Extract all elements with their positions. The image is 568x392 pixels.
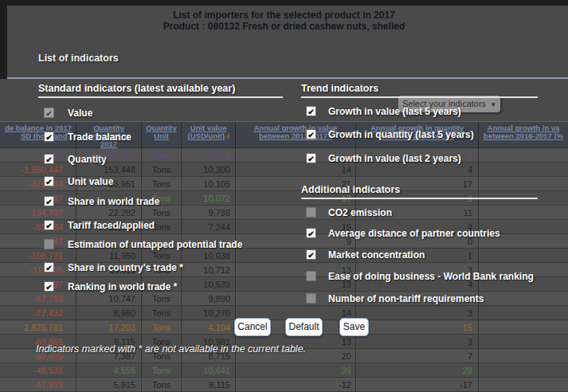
checkbox-ease-of-doing-business-world-bank-ranking[interactable] [306,271,316,281]
checkbox-growth-in-value-last-2-years[interactable]: ✔ [306,153,316,163]
checkbox-quantity[interactable]: ✔ [44,154,54,164]
indicator-label-share-in-world-trade: Share in world trade [68,195,159,208]
table-cell: 87 [0,191,76,206]
table-cell: 8,115 [181,378,235,392]
table-cell: 10,641 [181,363,235,378]
table-cell [478,363,568,378]
table-cell: -12 [235,378,355,392]
table-cell: 08 [0,148,76,163]
indicator-label-unit-value: Unit value [68,175,113,188]
table-cell: -1,550,447 [0,163,76,177]
checkbox-average-distance-of-partner-countries[interactable]: ✔ [306,228,316,238]
table-cell [478,148,568,163]
indicator-label-growth-in-quantity-last-5-years: Growth in quantity (last 5 years) [328,128,474,141]
indicator-label-growth-in-value-last-5-years: Growth in value (last 5 years) [328,105,461,118]
table-cell: Tons [141,163,181,177]
checkbox-share-in-world-trade[interactable]: ✔ [44,196,54,206]
info-icon[interactable]: i [227,132,229,140]
checkbox-market-concentration[interactable]: ✔ [306,249,316,260]
table-cell: 15 [355,320,478,335]
checkbox-tariff-faced-applied[interactable]: ✔ [44,220,54,230]
table-cell: -17 [355,378,478,392]
checkbox-trade-balance[interactable]: ✔ [44,131,54,142]
table-cell: 10,712 [181,263,235,277]
checkbox-growth-in-quantity-last-5-years[interactable]: ✔ [306,129,316,139]
page-title-line2: Product : 080132 Fresh or dried cashew n… [0,21,568,32]
top-band [0,0,568,6]
table-cell: -77,432 [0,306,76,320]
table-cell: Tons [141,148,181,163]
indicator-label-share-in-country-s-trade: Share in country's trade * [68,261,183,274]
table-cell: 10,270 [181,306,235,320]
table-cell: -48,531 [0,363,76,378]
table-cell: 10,072 [181,191,235,206]
checkbox-estimation-of-untapped-potential-trade[interactable] [44,239,54,249]
table-cell: 7,244 [181,220,235,234]
indicator-label-ranking-in-world-trade: Ranking in world trade * [68,280,177,293]
column-header[interactable]: Unit value(USD/unit)i [181,122,235,149]
column-header-text: between 2016-2017 (% [484,131,563,140]
page: List of importers for the selected produ… [0,0,568,392]
table-cell: 10,300 [181,163,235,177]
default-button[interactable]: Default [285,318,323,336]
column-header-text: (USD/unit) [188,131,225,140]
checkbox-unit-value[interactable]: ✔ [44,176,54,186]
table-cell [478,163,568,177]
column-header-text: between 2013-2017 ( [259,131,332,140]
table-cell: -376,984 [0,177,76,191]
checkbox-growth-in-value-last-5-years[interactable]: ✔ [306,106,316,116]
page-title-line1: List of importers for the selected produ… [0,10,568,21]
table-cell: 39 [235,363,355,378]
table-cell: Tons [141,378,181,392]
table-cell: 9,890 [181,292,235,306]
column-header[interactable]: Annual growth in vabetween 2016-2017 (% [478,122,568,149]
indicator-label-co2-emission: CO2 emission [328,206,392,219]
table-cell: 3 [355,306,478,320]
indicator-label-quantity: Quantity [68,153,107,166]
table-cell: Tons [141,320,181,335]
table-cell: Tons [141,306,181,320]
modal-title: List of indicators [38,53,119,64]
checkbox-co2-emission[interactable] [306,207,316,218]
table-cell: 47 [0,234,76,249]
indicator-label-estimation-of-untapped-potential-trade: Estimation of untapped potential trade [68,238,242,251]
save-button[interactable]: Save [339,318,369,336]
checkbox-share-in-country-s-trade[interactable]: ✔ [44,262,54,272]
section-heading-trend-indicators: Trend indicators [301,82,538,98]
cancel-button[interactable]: Cancel [234,318,271,336]
table-cell: Tons [141,292,181,306]
table-row: 2,825,78117,203Tons4,10415 [0,320,568,335]
table-cell: 10,747 [76,292,141,306]
table-cell: -55,584 [0,220,76,234]
section-heading-additional-indicators: Additional indicators [301,183,538,199]
column-header[interactable]: de balance in 2017SD thousandi [0,122,76,149]
table-top-divider [7,77,568,79]
table-cell: 10,105 [181,177,235,191]
table-cell [478,320,568,335]
section-heading-standard-indicators-latest-available-year: Standard indicators (latest available ye… [38,82,283,98]
table-cell: 17,203 [76,320,141,335]
table-cell: 97 [0,277,76,292]
table-cell [478,349,568,363]
indicator-label-tariff-faced-applied: Tariff faced/applied [68,219,155,232]
table-cell: 8,980 [76,306,141,320]
checkbox-ranking-in-world-trade[interactable]: ✔ [44,281,54,292]
table-cell [478,206,568,220]
table-cell: -108,721 [0,249,76,263]
table-cell: -111,805 [0,263,76,277]
checkbox-value[interactable]: ✔ [44,108,54,118]
column-header-text: Unit [154,131,168,140]
indicator-label-value: Value [68,107,92,120]
column-header[interactable]: QuantityUnit [141,122,181,149]
table-cell [478,335,568,349]
table-cell: -57,783 [0,292,76,306]
chevron-down-icon: ▼ [490,101,496,108]
checkbox-number-of-non-tariff-requirements[interactable] [306,293,316,304]
table-cell: 3 [355,335,478,349]
page-title: List of importers for the selected produ… [0,10,568,32]
table-row: -77,4328,980Tons10,270143 [0,306,568,320]
table-cell: 2,825,781 [0,320,76,335]
table-cell: Tons [141,363,181,378]
table-cell: -194,707 [0,206,76,220]
table-cell: 7 [355,349,478,363]
